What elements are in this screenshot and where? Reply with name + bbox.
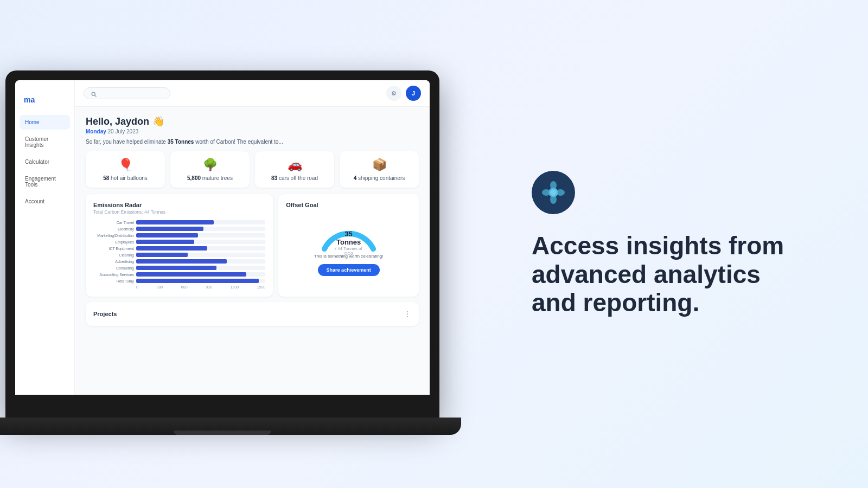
chart-x-label: 1500 xyxy=(257,285,266,289)
svg-point-4 xyxy=(550,195,557,204)
greeting-emoji: 👋 xyxy=(152,115,164,127)
chart-row: Marketing/Distribution xyxy=(93,233,265,237)
stat-value-balloons: 58 hot air balloons xyxy=(92,175,158,181)
chart-bar-fill xyxy=(136,227,203,231)
chart-bar-label: Electricity xyxy=(93,227,134,231)
chart-row: Employees xyxy=(93,240,265,244)
sidebar-item-account[interactable]: Account xyxy=(20,194,70,209)
main-content: ⚙ J Hello, Jaydon 👋 Monday xyxy=(75,80,430,395)
stat-value-cars: 83 cars off the road xyxy=(261,175,328,181)
gauge-unit: / 44 Tonnes of CO2 xyxy=(333,246,365,256)
right-panel: Access insights from advanced analytics … xyxy=(488,0,868,488)
chart-x-label: 0 xyxy=(136,285,138,289)
chart-bar-bg xyxy=(136,240,265,244)
brand-logo-icon xyxy=(541,181,565,204)
chart-bar-bg xyxy=(136,272,265,277)
chart-bar-fill xyxy=(136,233,198,237)
emissions-card: Emissions Radar Total Carbon Emissions: … xyxy=(86,194,273,297)
chart-bar-bg xyxy=(136,220,265,224)
tree-icon: 🌳 xyxy=(177,158,243,172)
chart-row: Hotel Stay xyxy=(93,279,265,283)
chart-bar-label: Marketing/Distribution xyxy=(93,234,134,237)
chart-bar-bg xyxy=(136,253,265,257)
share-achievement-button[interactable]: Share achievement xyxy=(318,264,380,276)
chart-bar-label: Employees xyxy=(93,240,134,244)
laptop-container: ma Home Customer Insights Calculator Eng… xyxy=(0,0,445,488)
chart-bar-bg xyxy=(136,246,265,251)
svg-point-6 xyxy=(556,189,565,196)
brand-circle xyxy=(532,171,575,214)
chart-row: Electricity xyxy=(93,227,265,231)
chart-x-label: 1200 xyxy=(230,285,239,289)
avatar-button[interactable]: J xyxy=(406,86,421,101)
projects-title: Projects xyxy=(93,311,117,317)
sidebar-item-customer-insights[interactable]: Customer Insights xyxy=(20,132,70,152)
date-label: Monday xyxy=(86,129,106,134)
car-icon: 🚗 xyxy=(261,158,328,172)
emissions-title: Emissions Radar xyxy=(93,202,265,208)
gear-icon: ⚙ xyxy=(391,90,397,97)
offset-title: Offset Goal xyxy=(286,202,318,208)
chart-row: Consulting xyxy=(93,266,265,270)
projects-card: Projects ⋮ xyxy=(86,302,419,326)
stats-row: 🎈 58 hot air balloons 🌳 5,800 mature tre… xyxy=(86,151,419,188)
chart-bar-fill xyxy=(136,246,207,251)
balloon-icon: 🎈 xyxy=(92,158,158,172)
stat-card-balloons: 🎈 58 hot air balloons xyxy=(86,151,165,188)
dashboard-body: Hello, Jaydon 👋 Monday 20 July 2023 So f… xyxy=(75,107,430,395)
sidebar-item-calculator[interactable]: Calculator xyxy=(20,155,70,169)
stat-value-trees: 5,800 mature trees xyxy=(177,175,243,181)
top-bar: ⚙ J xyxy=(75,80,430,107)
laptop-screen: ma Home Customer Insights Calculator Eng… xyxy=(15,80,430,395)
top-bar-icons: ⚙ J xyxy=(386,86,421,101)
stat-value-containers: 4 shipping containers xyxy=(346,175,412,181)
sidebar-item-engagement-tools[interactable]: Engagement Tools xyxy=(20,171,70,192)
sidebar-logo: ma xyxy=(20,91,70,113)
settings-button[interactable]: ⚙ xyxy=(386,86,401,101)
avatar-initial: J xyxy=(412,90,415,97)
search-bar[interactable] xyxy=(84,87,170,99)
gauge-value: 35 Tonnes xyxy=(333,230,365,246)
bottom-row: Emissions Radar Total Carbon Emissions: … xyxy=(86,194,419,297)
offset-card: Offset Goal 35 Tonnes xyxy=(278,194,419,297)
chart-row: Cleaning xyxy=(93,253,265,257)
emissions-chart: Car TravelElectricityMarketing/Distribut… xyxy=(93,220,265,283)
chart-bar-fill xyxy=(136,240,194,244)
chart-x-label: 300 xyxy=(157,285,163,289)
chart-bar-fill xyxy=(136,253,188,257)
tagline: Access insights from advanced analytics … xyxy=(532,232,792,318)
chart-bar-bg xyxy=(136,266,265,270)
summary-text: So far, you have helped eliminate 35 Ton… xyxy=(86,139,419,145)
chart-bar-label: Hotel Stay xyxy=(93,279,134,283)
date-text: 20 July 2023 xyxy=(108,129,139,134)
chart-bar-fill xyxy=(136,279,259,283)
chart-bar-fill xyxy=(136,220,214,224)
chart-bar-label: Cleaning xyxy=(93,253,134,257)
chart-bar-bg xyxy=(136,233,265,237)
chart-bar-label: Consulting xyxy=(93,266,134,270)
sidebar: ma Home Customer Insights Calculator Eng… xyxy=(15,80,75,395)
svg-point-7 xyxy=(550,189,557,196)
chart-bar-label: ICT Equipment xyxy=(93,247,134,251)
svg-line-1 xyxy=(95,95,97,97)
greeting: Hello, Jaydon 👋 xyxy=(86,115,419,127)
chart-bar-bg xyxy=(136,279,265,283)
chart-x-label: 900 xyxy=(206,285,212,289)
date-line: Monday 20 July 2023 xyxy=(86,129,419,134)
chart-bar-label: Car Travel xyxy=(93,221,134,224)
chart-bar-label: Accounting Services xyxy=(93,273,134,277)
more-options-button[interactable]: ⋮ xyxy=(404,310,411,318)
stat-card-trees: 🌳 5,800 mature trees xyxy=(170,151,250,188)
chart-bar-label: Advertising xyxy=(93,260,134,264)
sidebar-item-home[interactable]: Home xyxy=(20,115,70,130)
stat-card-containers: 📦 4 shipping containers xyxy=(340,151,419,188)
chart-bar-fill xyxy=(136,259,227,264)
chart-row: Accounting Services xyxy=(93,272,265,277)
svg-point-0 xyxy=(92,92,95,95)
search-icon xyxy=(91,90,97,97)
chart-bar-fill xyxy=(136,266,216,270)
svg-point-5 xyxy=(542,189,551,196)
chart-bar-bg xyxy=(136,227,265,231)
chart-bar-fill xyxy=(136,272,246,277)
chart-row: Car Travel xyxy=(93,220,265,224)
